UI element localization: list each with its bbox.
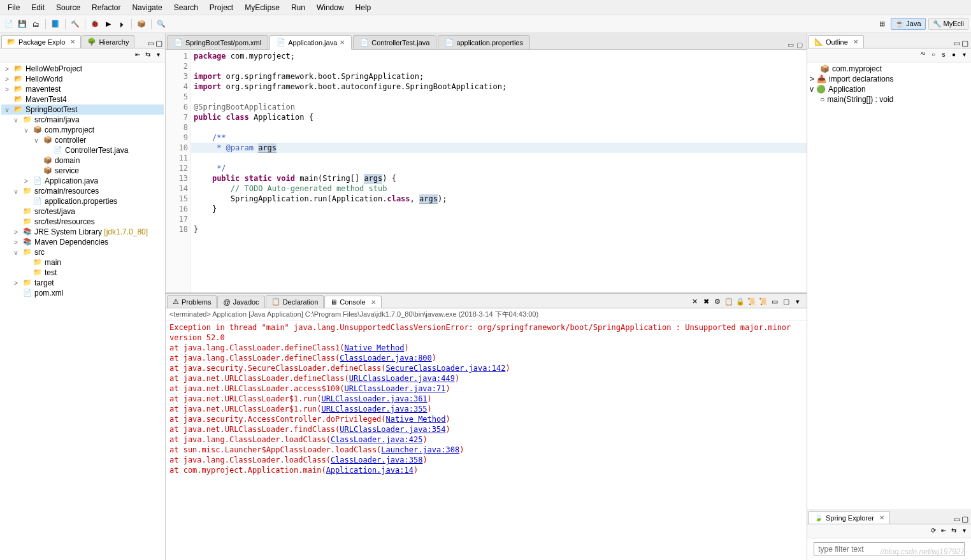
stack-link[interactable]: ClassLoader.java:800 (340, 354, 432, 363)
build-icon[interactable]: 🔨 (69, 18, 82, 31)
maximize-icon[interactable]: ▢ (796, 41, 803, 49)
tree-item[interactable]: >📂maventest (1, 84, 164, 94)
stack-link[interactable]: Application.java:14 (326, 466, 414, 475)
stack-link[interactable]: URLClassLoader.java:449 (349, 374, 455, 383)
stack-link[interactable]: SecureClassLoader.java:142 (386, 364, 506, 373)
outline-item[interactable]: 📦com.myproject (809, 64, 970, 74)
twisty-icon[interactable]: v (11, 249, 20, 256)
spring-explorer-tab[interactable]: 🍃 Spring Explorer✕ (809, 511, 890, 524)
tree-item[interactable]: >📚JRE System Library [jdk1.7.0_80] (1, 227, 164, 237)
collapse-icon[interactable]: ⇤ (939, 527, 948, 536)
menu-source[interactable]: Source (51, 2, 85, 13)
view-menu-icon[interactable]: ▾ (154, 51, 162, 60)
maximize-icon[interactable]: ▢ (961, 515, 968, 524)
tree-item[interactable]: v📁src (1, 247, 164, 257)
new-icon[interactable]: 📄 (3, 18, 15, 31)
editor-tab[interactable]: 📄SpringBootTest/pom.xml (167, 35, 268, 49)
tree-item[interactable]: 📁main (1, 257, 164, 268)
console-toolbar-btn[interactable]: ✖ (701, 298, 711, 308)
stack-link[interactable]: URLClassLoader.java:361 (321, 394, 427, 403)
twisty-icon[interactable]: v (810, 85, 814, 94)
package-explorer-tab[interactable]: 📂 Package Explo✕ (1, 35, 81, 48)
console-toolbar-btn[interactable]: ▢ (781, 298, 791, 308)
console-toolbar-btn[interactable]: 🔒 (735, 298, 745, 308)
close-icon[interactable]: ✕ (853, 38, 858, 45)
twisty-icon[interactable]: > (3, 66, 11, 73)
hide-fields-icon[interactable]: ○ (929, 51, 938, 60)
hide-static-icon[interactable]: s (939, 51, 948, 60)
twisty-icon[interactable]: > (11, 280, 20, 287)
console-toolbar-btn[interactable]: 📜 (747, 298, 757, 308)
console-toolbar-btn[interactable]: ⚙ (712, 298, 723, 308)
outline-tab[interactable]: 📐 Outline✕ (809, 35, 864, 48)
stack-link[interactable]: Native Method (386, 415, 446, 424)
maximize-icon[interactable]: ▢ (961, 39, 968, 48)
tree-item[interactable]: >📂HelloWorld (1, 74, 164, 84)
tree-item[interactable]: v📁src/main/java (1, 115, 164, 125)
tree-item[interactable]: 📄application.properties (1, 196, 164, 206)
bottom-tab-declaration[interactable]: 📋 Declaration (266, 295, 324, 308)
sort-icon[interactable]: ᴬᶻ (919, 51, 928, 60)
outline-item[interactable]: ○main(String[]) : void (809, 94, 970, 104)
twisty-icon[interactable]: v (22, 127, 31, 134)
stack-link[interactable]: URLClassLoader.java:71 (345, 384, 446, 393)
maximize-icon[interactable]: ▢ (155, 39, 162, 48)
open-perspective-icon[interactable]: ⊞ (875, 18, 888, 31)
menu-run[interactable]: Run (286, 2, 310, 13)
editor-area[interactable]: package com.myproject; import org.spring… (191, 50, 807, 292)
close-icon[interactable]: ✕ (879, 514, 884, 521)
perspective-java[interactable]: ☕ Java (891, 18, 925, 30)
close-icon[interactable]: ✕ (70, 38, 75, 45)
menu-edit[interactable]: Edit (26, 2, 50, 13)
search-icon[interactable]: 🔍 (155, 18, 168, 31)
twisty-icon[interactable]: > (11, 229, 20, 236)
menu-search[interactable]: Search (169, 2, 203, 13)
tree-item[interactable]: v📁src/main/resources (1, 186, 164, 196)
close-icon[interactable]: ✕ (371, 299, 376, 306)
tree-item[interactable]: 📄ControllerTest.java (1, 145, 164, 155)
menu-refactor[interactable]: Refactor (87, 2, 126, 13)
tree-item[interactable]: v📦controller (1, 135, 164, 145)
bottom-tab-console[interactable]: 🖥 Console✕ (324, 296, 381, 308)
save-all-icon[interactable]: 🗂 (29, 18, 42, 31)
console-toolbar-btn[interactable]: 📋 (724, 298, 734, 308)
tree-item[interactable]: >📁target (1, 278, 164, 288)
tree-item[interactable]: 📁src/test/resources (1, 217, 164, 227)
tree-item[interactable]: >📄Application.java (1, 176, 164, 186)
link-icon[interactable]: ⇆ (949, 527, 958, 536)
menu-navigate[interactable]: Navigate (127, 2, 167, 13)
twisty-icon[interactable]: > (22, 178, 31, 185)
console-toolbar-btn[interactable]: ▾ (793, 298, 803, 308)
save-icon[interactable]: 💾 (16, 18, 29, 31)
tree-item[interactable]: >📚Maven Dependencies (1, 237, 164, 247)
tree-item[interactable]: 📦domain (1, 155, 164, 166)
menu-project[interactable]: Project (205, 2, 238, 13)
outline-item[interactable]: >📥import declarations (809, 74, 970, 84)
tree-item[interactable]: v📂SpringBootTest (1, 104, 164, 115)
console-toolbar-btn[interactable]: ▭ (770, 298, 780, 308)
tree-item[interactable]: 📄pom.xml (1, 288, 164, 298)
editor-tab[interactable]: 📄Application.java✕ (270, 35, 352, 50)
twisty-icon[interactable]: > (3, 76, 11, 83)
collapse-all-icon[interactable]: ⇤ (133, 51, 142, 60)
menu-window[interactable]: Window (312, 2, 349, 13)
menu-help[interactable]: Help (350, 2, 377, 13)
stack-link[interactable]: URLClassLoader.java:355 (321, 405, 427, 413)
console-toolbar-btn[interactable]: ✕ (689, 298, 700, 308)
twisty-icon[interactable]: > (3, 86, 11, 93)
tree-item[interactable]: v📦com.myproject (1, 125, 164, 135)
minimize-icon[interactable]: ▭ (953, 515, 960, 524)
debug-icon[interactable]: 🐞 (89, 18, 101, 31)
run-icon[interactable]: ▶ (102, 18, 115, 31)
tree-item[interactable]: 📁test (1, 268, 164, 278)
link-editor-icon[interactable]: ⇆ (143, 51, 152, 60)
editor-tab[interactable]: 📄application.properties (438, 35, 530, 49)
twisty-icon[interactable]: v (3, 106, 11, 113)
new-class-icon[interactable]: 📦 (135, 18, 148, 31)
tree-item[interactable]: 📂MavenTest4 (1, 94, 164, 104)
stack-link[interactable]: ClassLoader.java:425 (331, 435, 423, 444)
editor-tab[interactable]: 📄ControllerTest.java (353, 35, 436, 49)
menu-myeclipse[interactable]: MyEclipse (240, 2, 285, 13)
twisty-icon[interactable]: v (11, 117, 20, 124)
refresh-icon[interactable]: ⟳ (929, 527, 938, 536)
